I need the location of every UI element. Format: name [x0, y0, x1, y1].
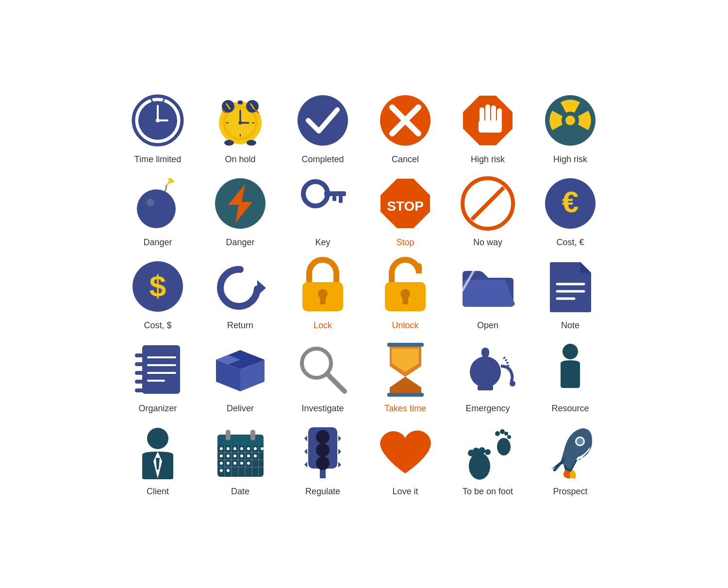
icon-resource: Resource: [531, 340, 609, 414]
icon-takes-time: Takes time: [366, 340, 444, 414]
svg-point-115: [233, 447, 236, 450]
label-organizer: Organizer: [138, 403, 177, 414]
svg-point-119: [261, 447, 264, 450]
icon-high-risk-hand: High risk: [449, 91, 527, 165]
icon-on-hold-graphic: [211, 91, 269, 150]
svg-point-122: [233, 454, 236, 457]
svg-point-135: [316, 430, 330, 444]
svg-point-132: [227, 469, 230, 472]
icon-grid: Time limited: [119, 91, 609, 497]
svg-point-17: [224, 140, 234, 146]
svg-text:STOP: STOP: [387, 199, 424, 214]
icon-completed: Completed: [284, 91, 362, 165]
svg-point-43: [137, 189, 176, 228]
svg-rect-90: [387, 393, 424, 397]
label-open: Open: [477, 320, 498, 331]
icon-regulate-graphic: [294, 423, 352, 482]
label-takes-time: Takes time: [384, 403, 426, 414]
svg-point-97: [147, 428, 168, 449]
label-return: Return: [227, 320, 253, 331]
icon-date: Date: [201, 423, 279, 497]
label-investigate: Investigate: [301, 403, 344, 414]
svg-point-128: [233, 462, 236, 465]
svg-point-129: [240, 462, 243, 465]
svg-rect-103: [250, 430, 255, 440]
svg-point-13: [239, 121, 242, 124]
svg-marker-139: [304, 449, 307, 454]
icon-note: Note: [531, 257, 609, 331]
svg-point-151: [504, 432, 508, 436]
label-resource: Resource: [551, 403, 589, 414]
label-cancel: Cancel: [392, 154, 419, 165]
svg-rect-66: [402, 297, 408, 304]
svg-marker-138: [304, 436, 307, 441]
label-note: Note: [561, 320, 579, 331]
svg-point-150: [500, 429, 505, 434]
svg-point-44: [147, 199, 154, 206]
svg-point-152: [507, 435, 511, 439]
icon-return: Return: [201, 257, 279, 331]
svg-point-113: [220, 447, 223, 450]
svg-rect-76: [135, 380, 146, 384]
icon-deliver: Deliver: [201, 340, 279, 414]
label-on-hold: On hold: [225, 154, 255, 165]
svg-rect-72: [142, 345, 180, 394]
icon-stop: STOP Stop: [366, 174, 444, 248]
svg-point-4: [156, 118, 160, 122]
icon-to-be-on-foot-graphic: [459, 423, 517, 482]
icon-note-graphic: [541, 257, 599, 316]
icon-time-limited-graphic: [129, 91, 187, 150]
svg-point-123: [240, 454, 243, 457]
icon-love-it: Love it: [366, 423, 444, 497]
icon-lock: Lock: [284, 257, 362, 331]
label-completed: Completed: [301, 154, 344, 165]
icon-prospect: Prospect: [531, 423, 609, 497]
label-love-it: Love it: [392, 487, 418, 497]
label-lock: Lock: [314, 320, 332, 331]
label-cost-dollar: Cost, $: [144, 320, 171, 331]
label-deliver: Deliver: [227, 403, 254, 414]
label-time-limited: Time limited: [134, 154, 181, 165]
svg-point-125: [254, 454, 257, 457]
icon-organizer: Organizer: [119, 340, 197, 414]
icon-danger-lightning: Danger: [201, 174, 279, 248]
icon-no-way: No way: [449, 174, 527, 248]
icon-cost-dollar: $ Cost, $: [119, 257, 197, 331]
label-prospect: Prospect: [553, 487, 587, 497]
svg-marker-68: [580, 262, 591, 273]
svg-point-147: [479, 447, 485, 454]
svg-rect-63: [320, 297, 326, 304]
svg-marker-140: [304, 462, 307, 468]
label-stop: Stop: [396, 237, 414, 248]
icon-cost-euro-graphic: €: [541, 174, 599, 233]
icon-time-limited: Time limited: [119, 91, 197, 165]
icon-unlock-graphic: [376, 257, 434, 316]
svg-point-92: [470, 356, 501, 387]
icon-no-way-graphic: [459, 174, 517, 233]
icon-completed-graphic: [294, 91, 352, 150]
svg-point-126: [220, 462, 223, 465]
svg-rect-50: [339, 196, 343, 203]
svg-point-153: [497, 438, 511, 455]
svg-point-18: [247, 140, 256, 146]
svg-point-116: [240, 447, 243, 450]
icon-client-graphic: [129, 423, 187, 482]
svg-point-149: [495, 431, 500, 436]
icon-prospect-graphic: [541, 423, 599, 482]
icon-organizer-graphic: [129, 340, 187, 399]
label-high-risk-hand: High risk: [471, 154, 505, 165]
svg-marker-91: [390, 377, 421, 393]
svg-text:$: $: [149, 269, 166, 302]
svg-point-144: [469, 453, 490, 480]
icon-cost-dollar-graphic: $: [129, 257, 187, 316]
icon-open-graphic: [459, 257, 517, 316]
svg-rect-102: [226, 430, 231, 440]
svg-line-88: [327, 374, 345, 391]
icon-to-be-on-foot: To be on foot: [449, 423, 527, 497]
svg-point-114: [227, 447, 230, 450]
svg-rect-93: [481, 348, 489, 357]
svg-line-55: [472, 187, 504, 219]
svg-point-127: [227, 462, 230, 465]
svg-point-146: [473, 448, 480, 454]
svg-rect-77: [135, 388, 146, 392]
